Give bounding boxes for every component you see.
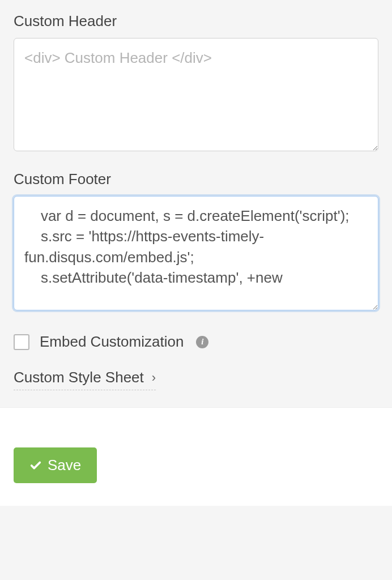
- embed-customization-checkbox[interactable]: [14, 334, 29, 350]
- footer-bar: Save: [0, 407, 392, 506]
- save-button-label: Save: [48, 457, 81, 474]
- save-button[interactable]: Save: [14, 447, 97, 483]
- custom-footer-group: Custom Footer: [14, 170, 378, 313]
- custom-header-textarea[interactable]: [14, 38, 378, 151]
- check-icon: [29, 459, 42, 472]
- chevron-right-icon: ›: [152, 370, 156, 385]
- custom-footer-label: Custom Footer: [14, 170, 378, 188]
- custom-header-group: Custom Header: [14, 12, 378, 153]
- custom-header-label: Custom Header: [14, 12, 378, 30]
- info-icon[interactable]: i: [196, 336, 208, 348]
- custom-style-sheet-label: Custom Style Sheet: [14, 369, 144, 386]
- embed-customization-label: Embed Customization: [40, 333, 184, 351]
- custom-footer-textarea[interactable]: [14, 196, 378, 310]
- custom-style-sheet-toggle[interactable]: Custom Style Sheet ›: [14, 369, 156, 390]
- embed-customization-row: Embed Customization i: [14, 333, 378, 351]
